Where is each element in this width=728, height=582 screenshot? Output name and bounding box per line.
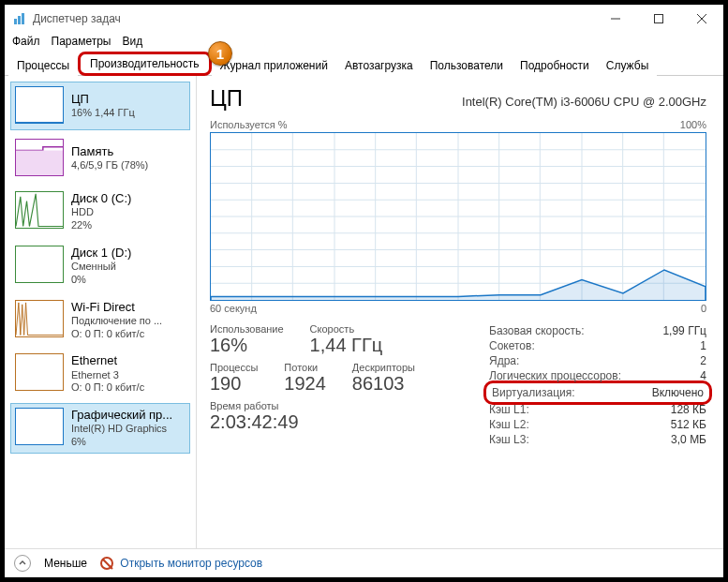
gpu-thumb <box>15 408 64 445</box>
memory-thumb <box>15 139 64 176</box>
fewer-details-button[interactable] <box>14 555 31 572</box>
minimize-button[interactable] <box>594 5 637 33</box>
content: ЦП 16% 1,44 ГГц Память 4,6/5,9 ГБ (78%) <box>5 76 723 548</box>
stat-value: 512 КБ <box>671 418 706 431</box>
titlebar: Диспетчер задач <box>5 5 723 33</box>
sidebar-item-cpu[interactable]: ЦП 16% 1,44 ГГц <box>10 82 190 130</box>
sidebar-item-memory[interactable]: Память 4,6/5,9 ГБ (78%) <box>10 134 190 183</box>
sidebar-item-sub2: О: 0 П: 0 кбит/с <box>71 381 144 395</box>
sidebar-item-gpu[interactable]: Графический пр... Intel(R) HD Graphics 6… <box>10 403 190 454</box>
sidebar-item-disk1[interactable]: Диск 1 (D:) Сменный 0% <box>10 241 190 291</box>
fewer-label[interactable]: Меньше <box>44 557 87 570</box>
menu-view[interactable]: Вид <box>122 35 142 48</box>
stat-key: Базовая скорость: <box>489 324 585 337</box>
window: Диспетчер задач Файл Параметры Вид 1 Про… <box>5 5 723 577</box>
sidebar-item-sub2: О: 0 П: 0 кбит/с <box>71 328 162 341</box>
handles-label: Дескрипторы <box>352 362 415 373</box>
stat-key: Кэш L3: <box>489 433 529 446</box>
stat-key: Виртуализация: <box>492 386 575 399</box>
sidebar-item-sub: Подключение по ... <box>71 315 162 328</box>
sidebar-item-wifi[interactable]: Wi-Fi Direct Подключение по ... О: 0 П: … <box>10 295 190 346</box>
stat-value: 3,0 МБ <box>671 433 706 446</box>
cpu-thumb <box>15 86 64 124</box>
usage-value: 16% <box>210 335 284 356</box>
footer: Меньше Открыть монитор ресурсов <box>5 548 723 577</box>
svg-rect-2 <box>22 13 24 24</box>
annotation-badge-1: 1 <box>208 41 232 66</box>
sidebar-item-sub: 16% 1,44 ГГц <box>71 107 135 120</box>
usage-label: Использование <box>210 323 284 335</box>
sidebar-item-label: Диск 0 (C:) <box>71 191 131 206</box>
maximize-button[interactable] <box>637 5 680 33</box>
svg-rect-1 <box>18 16 21 24</box>
window-title: Диспетчер задач <box>33 12 121 25</box>
stat-value: Включено <box>652 386 704 399</box>
menu-options[interactable]: Параметры <box>52 35 111 48</box>
sidebar-item-disk0[interactable]: Диск 0 (C:) HDD 22% <box>10 187 190 237</box>
sidebar-item-label: Графический пр... <box>71 408 172 423</box>
processes-label: Процессы <box>210 362 258 373</box>
sidebar-item-sub: 4,6/5,9 ГБ (78%) <box>71 159 148 172</box>
cpu-model: Intel(R) Core(TM) i3-6006U CPU @ 2.00GHz <box>462 95 706 109</box>
resource-monitor-icon <box>100 557 113 570</box>
threads-value: 1924 <box>284 373 326 395</box>
stat-key: Ядра: <box>489 354 519 367</box>
uptime-label: Время работы <box>210 400 463 411</box>
sidebar-item-ethernet[interactable]: Ethernet Ethernet 3 О: 0 П: 0 кбит/с <box>10 349 190 399</box>
close-button[interactable] <box>680 5 723 33</box>
tabstrip: Процессы Производительность Журнал прило… <box>5 52 723 76</box>
stat-row: Ядра:2 <box>489 353 706 368</box>
stat-value: 4 <box>700 369 706 382</box>
sidebar-item-label: Память <box>71 144 148 159</box>
sidebar-item-sub2: 22% <box>71 219 131 232</box>
stat-key: Кэш L2: <box>489 418 529 431</box>
stat-value: 2 <box>700 354 706 367</box>
stat-key: Логических процессоров: <box>489 369 621 382</box>
ethernet-thumb <box>15 353 64 391</box>
sidebar-item-label: Ethernet <box>71 353 144 368</box>
sidebar: ЦП 16% 1,44 ГГц Память 4,6/5,9 ГБ (78%) <box>5 76 197 548</box>
chart-bottom-left-label: 60 секунд <box>210 303 257 314</box>
sidebar-item-sub: HDD <box>71 206 131 219</box>
tab-performance[interactable]: Производительность <box>78 52 211 76</box>
speed-label: Скорость <box>310 323 383 335</box>
uptime-value: 2:03:42:49 <box>210 411 463 433</box>
menu-file[interactable]: Файл <box>12 35 40 48</box>
sidebar-item-sub: Ethernet 3 <box>71 369 144 382</box>
sidebar-item-label: Wi-Fi Direct <box>71 300 162 315</box>
tab-processes[interactable]: Процессы <box>8 54 78 76</box>
chart-top-right-label: 100% <box>680 119 706 130</box>
stats: Использование 16% Скорость 1,44 ГГц Проц… <box>210 323 706 447</box>
menubar: Файл Параметры Вид <box>5 33 723 52</box>
speed-value: 1,44 ГГц <box>310 335 383 356</box>
stat-value: 1,99 ГГц <box>662 324 706 337</box>
wifi-thumb <box>15 300 64 337</box>
sidebar-item-sub: Intel(R) HD Graphics <box>71 423 172 436</box>
chart-bottom-right-label: 0 <box>701 303 706 314</box>
stat-value: 128 КБ <box>671 403 706 416</box>
open-resource-monitor[interactable]: Открыть монитор ресурсов <box>100 557 262 570</box>
tab-details[interactable]: Подробности <box>512 54 598 76</box>
threads-label: Потоки <box>284 362 326 373</box>
sidebar-item-sub2: 0% <box>71 274 131 287</box>
tab-startup[interactable]: Автозагрузка <box>336 54 422 76</box>
handles-value: 86103 <box>352 373 415 395</box>
sidebar-item-label: ЦП <box>71 92 135 107</box>
right-stats: Базовая скорость:1,99 ГГцСокетов:1Ядра:2… <box>489 323 706 447</box>
stat-key: Сокетов: <box>489 339 535 352</box>
stat-row: Сокетов:1 <box>489 338 706 353</box>
app-icon <box>12 11 27 26</box>
stat-row: Кэш L1:128 КБ <box>489 402 706 417</box>
main-panel: ЦП Intel(R) Core(TM) i3-6006U CPU @ 2.00… <box>197 76 723 548</box>
svg-rect-4 <box>655 15 663 23</box>
stat-value: 1 <box>700 339 706 352</box>
sidebar-item-sub: Сменный <box>71 261 131 274</box>
processes-value: 190 <box>210 373 258 395</box>
tab-users[interactable]: Пользователи <box>422 54 512 76</box>
stat-key: Кэш L1: <box>489 403 529 416</box>
tab-services[interactable]: Службы <box>598 54 657 76</box>
sidebar-item-sub2: 6% <box>71 436 172 449</box>
sidebar-item-label: Диск 1 (D:) <box>71 246 131 261</box>
stat-row: Базовая скорость:1,99 ГГц <box>489 323 706 338</box>
chart-top-left-label: Используется % <box>210 119 288 130</box>
